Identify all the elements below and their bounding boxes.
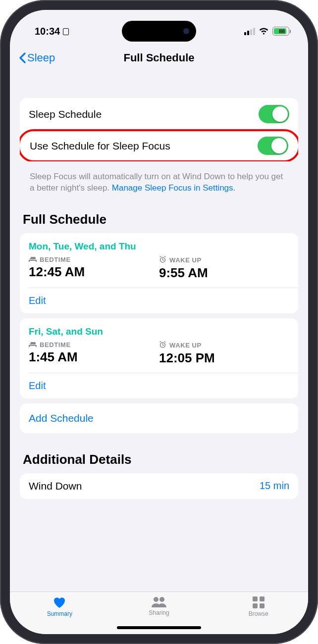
bed-icon — [29, 256, 37, 263]
wakeup-value: 12:05 PM — [159, 350, 289, 366]
dynamic-island — [122, 21, 196, 42]
additional-details-header: Additional Details — [20, 438, 298, 473]
svg-rect-6 — [253, 603, 258, 608]
schedule-days: Fri, Sat, and Sun — [20, 318, 298, 341]
tab-sharing[interactable]: Sharing — [110, 596, 209, 616]
tab-summary[interactable]: Summary — [10, 596, 109, 617]
focus-footer-text: Sleep Focus will automatically turn on a… — [20, 166, 298, 198]
tab-browse[interactable]: Browse — [209, 596, 308, 617]
nav-bar: Sleep Full Schedule — [10, 45, 308, 71]
tab-label: Browse — [249, 610, 268, 617]
tab-label: Sharing — [149, 609, 169, 616]
bedtime-label: BEDTIME — [29, 341, 159, 348]
sleep-focus-toggle[interactable] — [258, 137, 288, 155]
sleep-focus-row: Use Schedule for Sleep Focus — [20, 131, 298, 160]
status-time: 10:34 — [35, 26, 60, 37]
svg-point-2 — [154, 597, 159, 602]
schedule-card-0: Mon, Tue, Wed, and Thu BEDTIME 12:45 AM — [20, 233, 298, 313]
svg-point-3 — [159, 597, 164, 602]
svg-rect-5 — [260, 596, 265, 601]
page-title: Full Schedule — [123, 51, 194, 64]
people-icon — [151, 596, 167, 608]
add-schedule-button[interactable]: Add Schedule — [20, 403, 298, 433]
sleep-schedule-label: Sleep Schedule — [29, 108, 102, 120]
cellular-icon — [244, 28, 255, 35]
tab-label: Summary — [47, 610, 72, 617]
add-schedule-card: Add Schedule — [20, 403, 298, 433]
bedtime-value: 1:45 AM — [29, 349, 159, 365]
wind-down-label: Wind Down — [29, 480, 82, 492]
svg-rect-7 — [260, 603, 265, 608]
wakeup-value: 9:55 AM — [159, 265, 289, 281]
sleep-schedule-toggle[interactable] — [259, 105, 289, 123]
full-schedule-header: Full Schedule — [20, 198, 298, 233]
svg-rect-4 — [253, 596, 258, 601]
wakeup-label: WAKE UP — [159, 341, 289, 349]
edit-schedule-button[interactable]: Edit — [20, 288, 298, 313]
heart-icon — [53, 596, 66, 609]
wakeup-label: WAKE UP — [159, 256, 289, 264]
bedtime-value: 12:45 AM — [29, 264, 159, 280]
sim-icon — [63, 28, 69, 35]
back-label: Sleep — [27, 51, 55, 64]
highlight-annotation: Use Schedule for Sleep Focus — [20, 129, 298, 161]
sleep-schedule-row: Sleep Schedule — [20, 98, 298, 130]
toggles-card: Sleep Schedule Use Schedule for Sleep Fo… — [20, 98, 298, 161]
wind-down-value: 15 min — [260, 480, 289, 492]
schedule-card-1: Fri, Sat, and Sun BEDTIME 1:45 AM — [20, 318, 298, 398]
home-indicator[interactable] — [117, 626, 201, 629]
wind-down-row[interactable]: Wind Down 15 min — [20, 473, 298, 499]
bed-icon — [29, 341, 37, 348]
back-button[interactable]: Sleep — [19, 51, 55, 64]
bedtime-label: BEDTIME — [29, 256, 159, 263]
edit-schedule-button[interactable]: Edit — [20, 373, 298, 398]
grid-icon — [252, 596, 265, 609]
manage-focus-link[interactable]: Manage Sleep Focus in Settings. — [112, 183, 235, 193]
sleep-focus-label: Use Schedule for Sleep Focus — [30, 140, 170, 152]
alarm-icon — [159, 341, 166, 349]
battery-icon: 88 — [272, 27, 289, 36]
wind-down-card: Wind Down 15 min — [20, 473, 298, 499]
wifi-icon — [259, 28, 269, 35]
schedule-days: Mon, Tue, Wed, and Thu — [20, 233, 298, 256]
alarm-icon — [159, 256, 166, 264]
